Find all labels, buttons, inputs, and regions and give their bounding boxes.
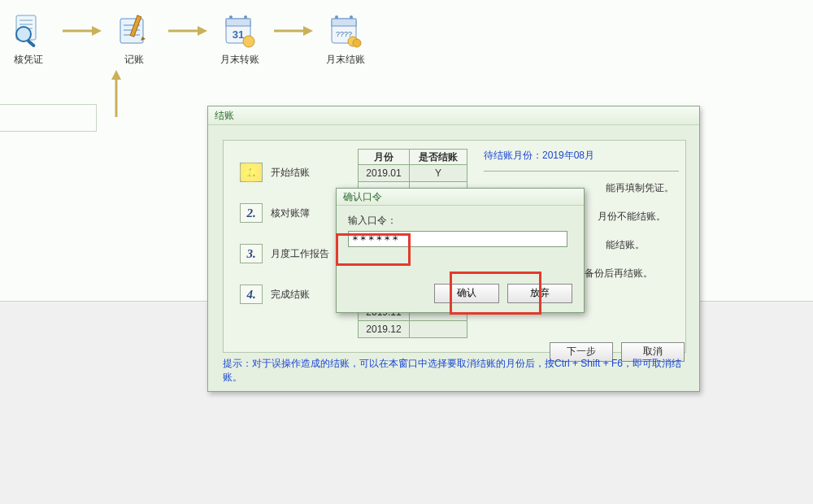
wizard-steps: 1. 开始结账 2. 核对账簿 3. 月度工作报告 4. 完成结账 xyxy=(240,161,346,324)
step-number-icon: 2. xyxy=(240,203,263,223)
password-label: 输入口令： xyxy=(348,214,572,228)
flow-node-close[interactable]: ???? 月末结账 xyxy=(317,8,374,67)
step-monthly-report[interactable]: 3. 月度工作报告 xyxy=(240,242,346,265)
dialog-title: 结账 xyxy=(208,106,699,125)
password-input[interactable] xyxy=(348,231,567,247)
magnifier-doc-icon xyxy=(4,8,53,53)
note-text: 能再填制凭证。 xyxy=(606,181,679,195)
table-row: 2019.12 xyxy=(359,321,467,338)
step-start-closing[interactable]: 1. 开始结账 xyxy=(240,161,346,184)
svg-point-26 xyxy=(335,15,338,19)
cell-closed[interactable] xyxy=(410,321,467,338)
svg-point-19 xyxy=(244,15,247,19)
svg-rect-25 xyxy=(332,19,356,26)
calendar-close-icon: ???? xyxy=(321,8,370,53)
svg-point-27 xyxy=(350,15,353,19)
svg-marker-15 xyxy=(198,26,207,36)
svg-point-21 xyxy=(243,36,254,47)
svg-point-30 xyxy=(353,39,361,47)
dialog-hint: 提示：对于误操作造成的结账，可以在本窗口中选择要取消结账的月份后，按Ctrl +… xyxy=(223,357,686,385)
arrow-icon xyxy=(57,8,106,53)
col-closed: 是否结账 xyxy=(410,150,467,165)
arrow-icon xyxy=(163,8,211,53)
password-dialog-title: 确认口令 xyxy=(337,189,584,206)
cell-month[interactable]: 2019.01 xyxy=(359,165,410,182)
ledger-pen-icon xyxy=(110,8,159,53)
separator xyxy=(484,171,679,172)
note-text: 能结账。 xyxy=(606,238,679,252)
svg-text:31: 31 xyxy=(233,28,244,41)
svg-rect-17 xyxy=(226,19,250,26)
svg-marker-32 xyxy=(111,70,121,80)
flow-node-transfer[interactable]: 31 月末转账 xyxy=(211,8,268,67)
arrow-up-icon xyxy=(108,70,124,121)
flow-label: 记账 xyxy=(106,53,163,67)
cell-closed[interactable]: Y xyxy=(410,165,467,182)
flow-label: 月末结账 xyxy=(317,53,374,67)
step-label: 完成结账 xyxy=(271,288,310,302)
arrow-icon xyxy=(268,8,317,53)
calendar-transfer-icon: 31 xyxy=(215,8,264,53)
note-text: 月份不能结账。 xyxy=(598,210,679,224)
step-label: 开始结账 xyxy=(271,166,310,180)
flow-label: 月末转账 xyxy=(211,53,268,67)
flow-node-post[interactable]: 记账 xyxy=(106,8,163,67)
col-month: 月份 xyxy=(359,150,410,165)
step-number-icon: 3. xyxy=(240,244,263,263)
svg-rect-5 xyxy=(26,39,36,48)
pending-month-label: 待结账月份：2019年08月 xyxy=(484,149,679,163)
svg-point-18 xyxy=(229,15,233,19)
step-label: 月度工作报告 xyxy=(271,247,329,261)
step-number-icon: 1. xyxy=(240,163,263,182)
abandon-button[interactable]: 放弃 xyxy=(507,284,572,303)
svg-marker-23 xyxy=(303,26,313,36)
password-dialog: 确认口令 输入口令： 确认 放弃 xyxy=(336,188,585,313)
step-finish-closing[interactable]: 4. 完成结账 xyxy=(240,283,346,306)
step-verify-books[interactable]: 2. 核对账簿 xyxy=(240,202,346,224)
svg-text:????: ???? xyxy=(336,30,352,38)
svg-marker-7 xyxy=(92,26,102,36)
left-panel-edge xyxy=(0,104,97,132)
workflow-row: 核凭证 记账 31 月末 xyxy=(0,8,374,98)
flow-node-audit[interactable]: 核凭证 xyxy=(0,8,57,67)
step-number-icon: 4. xyxy=(240,285,263,304)
table-row: 2019.01 Y xyxy=(359,165,467,182)
flow-label: 核凭证 xyxy=(0,53,57,67)
step-label: 核对账簿 xyxy=(271,206,310,220)
svg-point-4 xyxy=(16,27,31,41)
confirm-button[interactable]: 确认 xyxy=(434,284,499,303)
cell-month[interactable]: 2019.12 xyxy=(359,321,410,338)
